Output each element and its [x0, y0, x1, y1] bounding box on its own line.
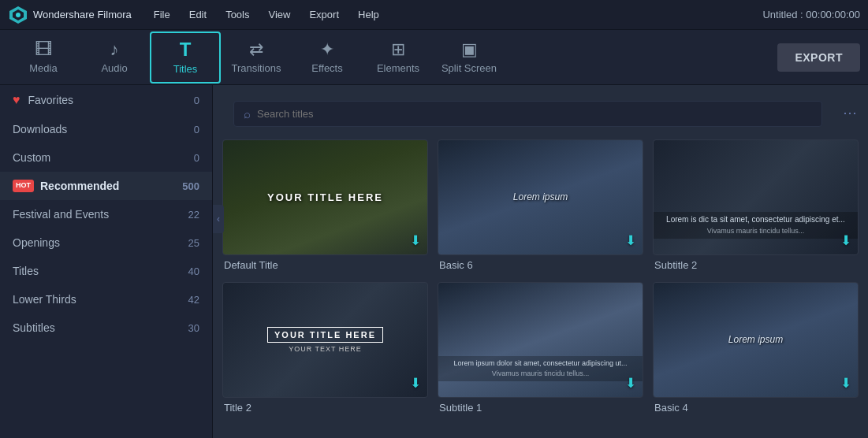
- thumb-default-title[interactable]: YOUR TITLE HERE ⬇ Default Title: [222, 139, 428, 271]
- grid-view-toggle[interactable]: ⋯: [843, 104, 857, 121]
- tab-titles-label: Titles: [173, 63, 198, 75]
- sidebar-recommended-count: 500: [182, 180, 199, 192]
- thumb-label-default-title: Default Title: [222, 259, 428, 271]
- box-title-sub-text: YOUR TEXT HERE: [289, 345, 362, 353]
- thumb-subtitle-1[interactable]: Lorem ipsum dolor sit amet, consectetur …: [438, 282, 643, 414]
- thumb-img-subtitle-1: Lorem ipsum dolor sit amet, consectetur …: [438, 282, 643, 398]
- sidebar-item-favorites[interactable]: ♥ Favorites 0: [0, 85, 212, 115]
- sidebar-item-recommended[interactable]: HOT Recommended 500: [0, 172, 212, 200]
- project-title: Untitled : 00:00:00:00: [762, 9, 860, 20]
- svg-point-2: [16, 13, 20, 17]
- sidebar-openings-count: 25: [188, 237, 199, 249]
- menu-bar: Wondershare Filmora File Edit Tools View…: [0, 0, 868, 30]
- audio-icon: ♪: [110, 41, 119, 58]
- split-screen-icon: ▣: [461, 41, 478, 58]
- search-bar: ⌕: [233, 101, 822, 127]
- tab-media[interactable]: 🎞 Media: [8, 32, 79, 84]
- sidebar-item-festival-events[interactable]: Festival and Events 22: [0, 200, 212, 228]
- sidebar: ♥ Favorites 0 Downloads 0 Custom 0 HOT R…: [0, 85, 213, 438]
- tab-split-screen-label: Split Screen: [441, 62, 497, 74]
- effects-icon: ✦: [320, 41, 334, 58]
- thumb-img-default-title: YOUR TITLE HERE ⬇: [222, 139, 428, 255]
- panel: ⌕ ⋯ YOUR TITLE HERE ⬇ Default Title Lore…: [213, 85, 868, 438]
- sidebar-collapse-handle[interactable]: ‹: [213, 205, 224, 233]
- thumb-img-title-2: YOUR TITLE HERE YOUR TEXT HERE ⬇: [222, 282, 428, 398]
- tab-audio[interactable]: ♪ Audio: [79, 32, 150, 84]
- thumb-subtitle-text: Lorem is dic ta sit amet, consectetur ad…: [654, 212, 858, 239]
- tab-transitions[interactable]: ⇄ Transitions: [221, 32, 292, 84]
- thumb-label-basic-6: Basic 6: [438, 259, 643, 271]
- thumb-label-basic-4: Basic 4: [653, 402, 859, 414]
- thumb-lorem-basic4: Lorem ipsum: [728, 334, 783, 345]
- sidebar-subtitles-count: 30: [188, 322, 199, 334]
- sidebar-favorites-count: 0: [194, 95, 199, 106]
- sidebar-item-custom[interactable]: Custom 0: [0, 143, 212, 172]
- menu-export[interactable]: Export: [301, 6, 347, 24]
- sidebar-festival-label: Festival and Events: [13, 208, 109, 221]
- thumb-title-text-default: YOUR TITLE HERE: [267, 191, 383, 204]
- tab-media-label: Media: [29, 62, 57, 74]
- thumb-subtitle-2[interactable]: Lorem is dic ta sit amet, consectetur ad…: [653, 139, 859, 271]
- download-arrow-title-2[interactable]: ⬇: [410, 375, 421, 392]
- download-arrow-default-title[interactable]: ⬇: [410, 232, 421, 249]
- sidebar-favorites-label: Favorites: [28, 94, 74, 106]
- thumb-subtitle-1-text: Lorem ipsum dolor sit amet, consectetur …: [438, 356, 643, 380]
- search-input[interactable]: [257, 108, 812, 120]
- sidebar-openings-label: Openings: [13, 236, 60, 249]
- menu-view[interactable]: View: [260, 6, 298, 24]
- tab-elements[interactable]: ⊞ Elements: [363, 32, 434, 84]
- tab-effects-label: Effects: [311, 62, 343, 74]
- hot-badge: HOT: [13, 180, 34, 192]
- sidebar-custom-label: Custom: [13, 151, 50, 164]
- menu-file[interactable]: File: [146, 6, 178, 24]
- sidebar-item-downloads[interactable]: Downloads 0: [0, 115, 212, 143]
- transitions-icon: ⇄: [249, 41, 263, 58]
- app-name-label: Wondershare Filmora: [33, 9, 132, 20]
- download-arrow-subtitle-1[interactable]: ⬇: [625, 375, 636, 392]
- tab-transitions-label: Transitions: [231, 62, 281, 74]
- search-icon: ⌕: [244, 107, 251, 121]
- tab-audio-label: Audio: [101, 62, 127, 74]
- app-logo-icon: [8, 5, 28, 25]
- sidebar-item-lower-thirds[interactable]: Lower Thirds 42: [0, 285, 212, 314]
- box-title-container: YOUR TITLE HERE YOUR TEXT HERE: [267, 327, 383, 353]
- sidebar-recommended-label: Recommended: [40, 180, 119, 192]
- menu-help[interactable]: Help: [350, 6, 387, 24]
- thumb-label-subtitle-1: Subtitle 1: [438, 402, 643, 414]
- sidebar-item-subtitles[interactable]: Subtitles 30: [0, 314, 212, 342]
- sidebar-custom-count: 0: [194, 152, 199, 164]
- elements-icon: ⊞: [391, 41, 405, 58]
- sidebar-downloads-label: Downloads: [13, 123, 67, 135]
- thumb-label-subtitle-2: Subtitle 2: [653, 259, 859, 271]
- download-arrow-subtitle-2[interactable]: ⬇: [840, 232, 851, 249]
- thumb-basic-6[interactable]: Lorem ipsum ⬇ Basic 6: [438, 139, 643, 271]
- sidebar-item-titles[interactable]: Titles 40: [0, 257, 212, 285]
- thumb-basic-4[interactable]: Lorem ipsum ⬇ Basic 4: [653, 282, 859, 414]
- sidebar-titles-label: Titles: [13, 265, 39, 277]
- thumb-title-2[interactable]: YOUR TITLE HERE YOUR TEXT HERE ⬇ Title 2: [222, 282, 428, 414]
- thumb-img-basic-6: Lorem ipsum ⬇: [438, 139, 643, 255]
- menu-tools[interactable]: Tools: [218, 6, 257, 24]
- app-logo: Wondershare Filmora: [8, 5, 132, 25]
- download-arrow-basic-4[interactable]: ⬇: [840, 375, 851, 392]
- download-arrow-basic-6[interactable]: ⬇: [625, 232, 636, 249]
- media-icon: 🎞: [35, 41, 52, 58]
- sidebar-festival-count: 22: [188, 209, 199, 221]
- sidebar-titles-count: 40: [188, 265, 199, 277]
- export-button[interactable]: EXPORT: [777, 43, 860, 72]
- tab-split-screen[interactable]: ▣ Split Screen: [434, 32, 505, 84]
- thumb-label-title-2: Title 2: [222, 402, 428, 414]
- tab-elements-label: Elements: [377, 62, 419, 74]
- box-title-top-text: YOUR TITLE HERE: [267, 327, 383, 343]
- main-content: ♥ Favorites 0 Downloads 0 Custom 0 HOT R…: [0, 85, 868, 438]
- tab-bar: 🎞 Media ♪ Audio T Titles ⇄ Transitions ✦…: [0, 30, 868, 85]
- sidebar-lower-thirds-count: 42: [188, 294, 199, 306]
- heart-icon: ♥: [13, 93, 20, 107]
- menu-edit[interactable]: Edit: [181, 6, 214, 24]
- thumb-img-basic-4: Lorem ipsum ⬇: [653, 282, 859, 398]
- sidebar-downloads-count: 0: [194, 124, 199, 135]
- sidebar-item-openings[interactable]: Openings 25: [0, 228, 212, 257]
- tab-titles[interactable]: T Titles: [150, 32, 221, 84]
- thumbnails-grid: YOUR TITLE HERE ⬇ Default Title Lorem ip…: [213, 135, 868, 438]
- tab-effects[interactable]: ✦ Effects: [292, 32, 363, 84]
